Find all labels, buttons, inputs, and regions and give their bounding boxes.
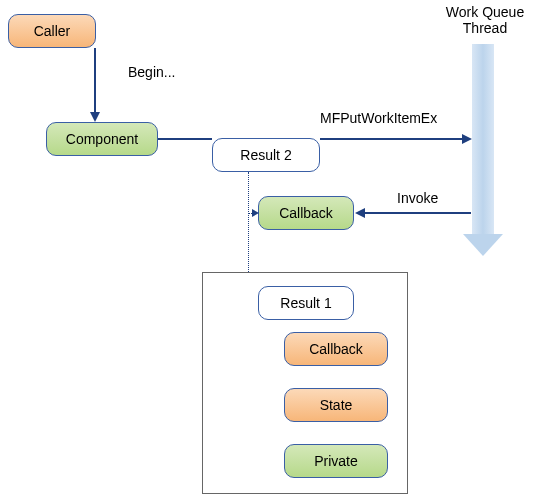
thread-title-line1: Work Queue — [446, 4, 524, 20]
callback-orange-label: Callback — [309, 341, 363, 357]
private-label: Private — [314, 453, 358, 469]
caller-node: Caller — [8, 14, 96, 48]
callback-orange-node: Callback — [284, 332, 388, 366]
put-label: MFPutWorkItemEx — [320, 110, 437, 126]
work-queue-thread-bar — [472, 44, 494, 234]
callback-green-label: Callback — [279, 205, 333, 221]
invoke-arrow-head — [355, 208, 365, 218]
put-arrow-line — [320, 138, 462, 140]
thread-title-line2: Thread — [463, 20, 507, 36]
callback-green-node: Callback — [258, 196, 354, 230]
result1-label: Result 1 — [280, 295, 331, 311]
result2-node: Result 2 — [212, 138, 320, 172]
dotted-to-callback-head — [252, 209, 259, 217]
state-node: State — [284, 388, 388, 422]
caller-label: Caller — [34, 23, 71, 39]
work-queue-thread-arrowhead — [463, 234, 503, 256]
component-node: Component — [46, 122, 158, 156]
result2-label: Result 2 — [240, 147, 291, 163]
invoke-label: Invoke — [397, 190, 438, 206]
component-label: Component — [66, 131, 138, 147]
begin-arrow-line — [94, 48, 96, 114]
put-arrow-head — [462, 134, 472, 144]
private-node: Private — [284, 444, 388, 478]
invoke-arrow-line — [365, 212, 471, 214]
component-to-result2-line — [158, 138, 212, 140]
begin-label: Begin... — [128, 64, 175, 80]
state-label: State — [320, 397, 353, 413]
result1-node: Result 1 — [258, 286, 354, 320]
begin-arrow-head — [90, 112, 100, 122]
thread-title: Work Queue Thread — [430, 4, 540, 36]
